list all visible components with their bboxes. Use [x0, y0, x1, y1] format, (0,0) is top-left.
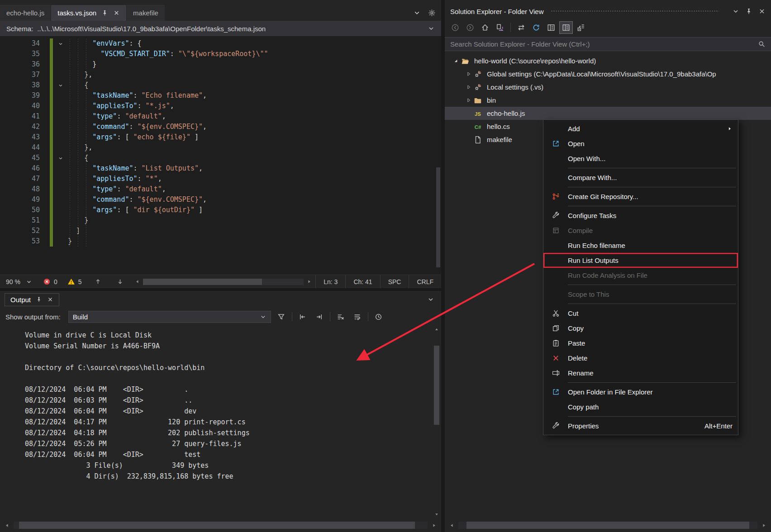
tree-item-hello-world-c-source-repos-hello-world[interactable]: hello-world (C:\source\repos\hello-world… [445, 54, 771, 67]
drag-grip[interactable] [551, 10, 719, 13]
scroll-left-icon[interactable] [5, 523, 10, 528]
timestamp-button[interactable] [372, 311, 385, 323]
folder-view-button[interactable] [544, 21, 558, 34]
output-source-select[interactable]: Build [68, 311, 271, 323]
scrollbar-track[interactable] [14, 522, 428, 529]
window-position-chevron-icon[interactable] [427, 296, 434, 303]
tree-item-echo-hello-js[interactable]: echo-hello.js [445, 107, 771, 120]
pin-icon[interactable] [745, 8, 752, 15]
scrollbar-thumb[interactable] [19, 522, 415, 529]
panel-splitter[interactable] [441, 0, 445, 532]
open-icon [549, 140, 562, 147]
next-message-button[interactable] [313, 311, 326, 323]
close-icon[interactable] [758, 8, 766, 15]
home-button[interactable] [478, 21, 492, 34]
scroll-up-icon[interactable] [434, 327, 439, 332]
menu-item-copy[interactable]: Copy [543, 321, 738, 336]
menu-item-compare-with[interactable]: Compare With... [543, 170, 738, 185]
warning-indicator[interactable]: 5 [62, 275, 87, 288]
scrollbar-thumb[interactable] [434, 346, 439, 425]
editor-tab-makefile[interactable]: makefile [127, 5, 165, 21]
switch-views-button[interactable] [514, 21, 528, 34]
tree-item-local-settings-vs[interactable]: Local settings (.vs) [445, 81, 771, 94]
clear-all-button[interactable] [334, 311, 347, 323]
menu-item-delete[interactable]: Delete [543, 351, 738, 366]
tree-item-global-settings-c-appdata-local-microsof[interactable]: Global settings (C:\AppData\Local\Micros… [445, 67, 771, 81]
menu-item-run-echo-filename[interactable]: Run Echo filename [543, 238, 738, 253]
tree-expander[interactable] [451, 58, 460, 64]
fold-collapse-icon[interactable] [58, 156, 63, 161]
scroll-right-icon[interactable] [432, 523, 437, 528]
fold-collapse-icon[interactable] [58, 41, 63, 47]
scroll-down-icon[interactable] [434, 512, 439, 517]
fold-collapse-icon[interactable] [58, 83, 63, 88]
scrollbar-track[interactable] [143, 279, 304, 285]
menu-item-open[interactable]: Open [543, 136, 738, 151]
editor-options-gear-icon[interactable] [428, 9, 436, 17]
arrow-down-icon [117, 278, 124, 285]
output-log[interactable]: Volume in drive C is Local DiskVolume Se… [0, 325, 441, 518]
output-tab[interactable]: Output [5, 293, 59, 306]
sync-active-document-button[interactable] [493, 21, 507, 34]
tree-expander[interactable] [464, 97, 473, 103]
word-wrap-button[interactable] [351, 311, 364, 323]
tab-label: echo-hello.js [6, 9, 44, 17]
search-input[interactable]: Search Solution Explorer - Folder View (… [445, 37, 771, 51]
scroll-right-icon[interactable] [761, 523, 766, 528]
menu-item-configure-tasks[interactable]: Configure Tasks [543, 208, 738, 223]
space-mode-indicator[interactable]: SPC [380, 275, 409, 288]
scrollbar-thumb[interactable] [436, 167, 440, 267]
editor-vertical-scrollbar[interactable] [435, 37, 441, 275]
menu-item-open-with[interactable]: Open With... [543, 151, 738, 166]
code-text: "args": [ "dir ${outDir}" ] [68, 205, 203, 215]
menu-item-rename[interactable]: Rename [543, 366, 738, 380]
menu-item-properties[interactable]: PropertiesAlt+Enter [543, 418, 738, 433]
tree-expander[interactable] [464, 84, 473, 90]
scrollbar-track[interactable] [458, 522, 757, 529]
error-indicator[interactable]: 0 [38, 275, 62, 288]
pin-icon[interactable] [101, 10, 108, 16]
chevron-down-icon[interactable] [428, 25, 435, 32]
scrollbar-track[interactable] [433, 333, 440, 511]
tree-item-bin[interactable]: bin [445, 94, 771, 107]
pin-icon[interactable] [36, 296, 42, 303]
tab-list-chevron-icon[interactable] [413, 9, 421, 17]
collapse-all-button[interactable] [574, 21, 588, 34]
line-ending-indicator[interactable]: CRLF [409, 275, 441, 288]
menu-item-copy-path[interactable]: Copy path [543, 399, 738, 414]
editor-horizontal-scrollbar[interactable] [131, 275, 316, 288]
scrollbar-thumb[interactable] [143, 279, 262, 285]
close-icon[interactable] [113, 10, 120, 16]
window-position-chevron-icon[interactable] [732, 8, 739, 15]
folder-view-active-button[interactable] [559, 21, 573, 34]
line-indicator[interactable]: Ln: 3 [315, 275, 345, 288]
editor-tab-echo-hello-js[interactable]: echo-hello.js [0, 5, 51, 21]
output-horizontal-scrollbar[interactable] [0, 518, 441, 532]
schema-picker[interactable]: Schema: ..\..\..\Microsoft\VisualStudio\… [0, 21, 441, 37]
menu-item-open-folder-in-file-explorer[interactable]: Open Folder in File Explorer [543, 385, 738, 399]
output-vertical-scrollbar[interactable] [433, 327, 440, 517]
menu-item-add[interactable]: Add [543, 121, 738, 136]
explorer-horizontal-scrollbar[interactable] [445, 518, 771, 532]
scroll-left-icon[interactable] [449, 523, 454, 528]
navigate-up-button[interactable] [87, 275, 109, 288]
filter-button[interactable] [275, 311, 288, 323]
menu-item-run-list-outputs[interactable]: Run List Outputs [543, 253, 738, 268]
column-indicator[interactable]: Ch: 41 [345, 275, 380, 288]
previous-message-button[interactable] [296, 311, 309, 323]
code-editor[interactable]: 34 "envVars": {35 "VSCMD_START_DIR": "\"… [0, 37, 441, 275]
close-icon[interactable] [47, 296, 53, 303]
navigate-down-button[interactable] [109, 275, 131, 288]
refresh-button[interactable] [529, 21, 543, 34]
tree-expander[interactable] [464, 71, 473, 77]
menu-item-paste[interactable]: Paste [543, 336, 738, 351]
menu-item-create-git-repository[interactable]: Create Git Repository... [543, 189, 738, 204]
zoom-select[interactable]: 90 % [0, 275, 38, 288]
scroll-right-icon[interactable] [307, 279, 312, 284]
editor-tab-tasks-vs-json[interactable]: tasks.vs.json [51, 5, 126, 21]
menu-separator [568, 382, 736, 383]
scroll-left-icon[interactable] [135, 279, 140, 284]
scrollbar-thumb[interactable] [466, 522, 749, 529]
menu-item-cut[interactable]: Cut [543, 306, 738, 321]
search-icon[interactable] [758, 40, 766, 48]
